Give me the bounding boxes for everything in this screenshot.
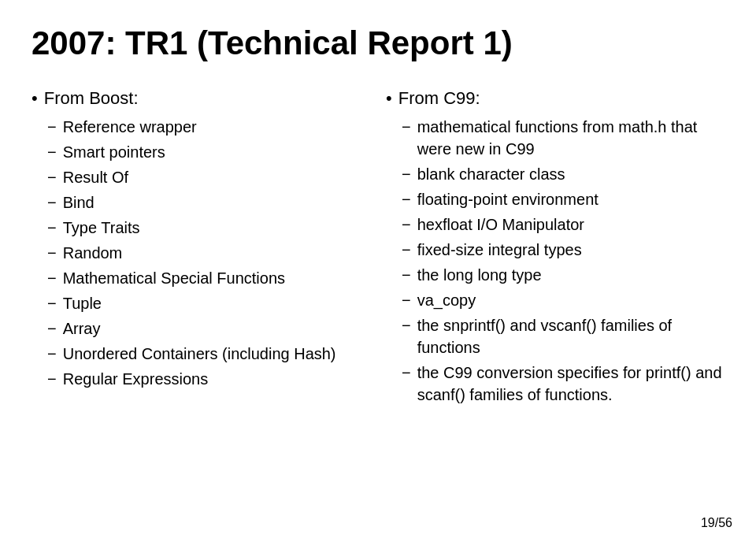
list-item: − Unordered Containers (including Hash) xyxy=(32,343,370,365)
dash-icon: − xyxy=(402,239,411,261)
c99-items-list: − mathematical functions from math.h tha… xyxy=(386,116,724,406)
item-text: Result Of xyxy=(63,166,128,188)
list-item: − Regular Expressions xyxy=(32,368,370,390)
dash-icon: − xyxy=(402,188,411,210)
list-item: − the snprintf() and vscanf() families o… xyxy=(386,314,724,358)
list-item: − hexfloat I/O Manipulator xyxy=(386,213,724,236)
dash-icon: − xyxy=(402,314,411,336)
item-text: Reference wrapper xyxy=(63,116,197,138)
dash-icon: − xyxy=(47,217,57,239)
item-text: the C99 conversion specifies for printf(… xyxy=(417,362,724,406)
list-item: − floating-point environment xyxy=(386,188,724,210)
from-boost-label: From Boost: xyxy=(44,87,139,111)
slide: 2007: TR1 (Technical Report 1) • From Bo… xyxy=(0,0,756,542)
list-item: − fixed-size integral types xyxy=(386,239,724,261)
dash-icon: − xyxy=(402,116,411,138)
dash-icon: − xyxy=(47,267,57,289)
dash-icon: − xyxy=(402,289,411,311)
list-item: − Mathematical Special Functions xyxy=(32,267,370,289)
dash-icon: − xyxy=(402,362,411,384)
item-text: mathematical functions from math.h that … xyxy=(417,116,724,160)
from-c99-label: From C99: xyxy=(398,87,480,111)
item-text: the long long type xyxy=(417,264,542,286)
list-item: − Smart pointers xyxy=(32,141,370,163)
dash-icon: − xyxy=(47,166,57,188)
list-item: − the long long type xyxy=(386,264,724,286)
list-item: − the C99 conversion specifies for print… xyxy=(386,362,724,406)
item-text: Type Traits xyxy=(63,217,140,239)
dash-icon: − xyxy=(47,116,57,138)
list-item: − Bind xyxy=(32,191,370,213)
dash-icon: − xyxy=(47,191,57,213)
dash-icon: − xyxy=(47,141,57,163)
list-item: − blank character class xyxy=(386,163,724,185)
list-item: − va_copy xyxy=(386,289,724,311)
right-column: • From C99: − mathematical functions fro… xyxy=(386,87,724,409)
item-text: floating-point environment xyxy=(417,188,598,210)
item-text: Unordered Containers (including Hash) xyxy=(63,343,336,365)
item-text: Tuple xyxy=(63,292,102,314)
dash-icon: − xyxy=(402,163,411,185)
list-item: − Array xyxy=(32,317,370,340)
left-column: • From Boost: − Reference wrapper − Smar… xyxy=(32,87,370,409)
list-item: − Reference wrapper xyxy=(32,116,370,138)
item-text: Bind xyxy=(63,191,94,213)
c99-bullet: • xyxy=(386,87,392,111)
boost-bullet: • xyxy=(32,87,38,111)
dash-icon: − xyxy=(47,343,57,365)
dash-icon: − xyxy=(47,292,57,314)
item-text: hexfloat I/O Manipulator xyxy=(417,213,584,236)
list-item: − Result Of xyxy=(32,166,370,188)
item-text: Mathematical Special Functions xyxy=(63,267,285,289)
item-text: the snprintf() and vscanf() families of … xyxy=(417,314,724,358)
from-c99-header: • From C99: xyxy=(386,87,724,111)
list-item: − Random xyxy=(32,242,370,264)
item-text: Array xyxy=(63,317,101,340)
dash-icon: − xyxy=(47,368,57,390)
item-text: blank character class xyxy=(417,163,565,185)
page-number: 19/56 xyxy=(701,516,732,530)
list-item: − Type Traits xyxy=(32,217,370,239)
content-area: • From Boost: − Reference wrapper − Smar… xyxy=(32,87,724,409)
item-text: Random xyxy=(63,242,123,264)
list-item: − Tuple xyxy=(32,292,370,314)
item-text: Smart pointers xyxy=(63,141,165,163)
item-text: Regular Expressions xyxy=(63,368,209,390)
from-boost-header: • From Boost: xyxy=(32,87,370,111)
item-text: va_copy xyxy=(417,289,476,311)
dash-icon: − xyxy=(402,264,411,286)
boost-items-list: − Reference wrapper − Smart pointers − R… xyxy=(32,116,370,390)
dash-icon: − xyxy=(47,317,57,340)
item-text: fixed-size integral types xyxy=(417,239,582,261)
dash-icon: − xyxy=(402,213,411,236)
slide-title: 2007: TR1 (Technical Report 1) xyxy=(32,24,724,63)
list-item: − mathematical functions from math.h tha… xyxy=(386,116,724,160)
dash-icon: − xyxy=(47,242,57,264)
